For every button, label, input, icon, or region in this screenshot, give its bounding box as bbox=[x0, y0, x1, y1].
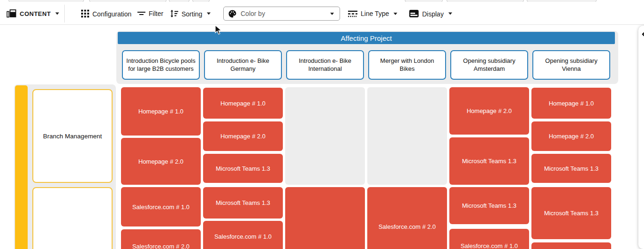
empty-cell bbox=[285, 87, 365, 185]
color-by-value: Color by bbox=[241, 10, 265, 17]
content-menu-label: CONTENT bbox=[20, 10, 51, 17]
line-type-button[interactable]: Line Type bbox=[348, 10, 397, 17]
cell-label: Salesforce.com # 2.0 bbox=[132, 243, 189, 249]
application-cell[interactable]: Microsoft Teams 1.3 bbox=[203, 187, 283, 219]
palette-icon bbox=[228, 9, 237, 18]
application-cell[interactable]: Microsoft Teams 1.3 bbox=[531, 187, 611, 239]
column-header[interactable]: Introduction e- Bike Germany bbox=[204, 50, 282, 80]
column-header[interactable]: Introduction Bicycle pools for large B2B… bbox=[122, 50, 200, 80]
application-cell[interactable]: Homepage # 2.0 bbox=[531, 121, 611, 151]
caret-down-icon bbox=[207, 13, 211, 15]
grid-3x3-icon bbox=[81, 10, 89, 18]
column-header-label: Introduction e- Bike Germany bbox=[208, 57, 278, 73]
column-group-title: Affecting Project bbox=[341, 34, 392, 42]
collapsed-side-panel[interactable] bbox=[638, 26, 644, 249]
color-by-select[interactable]: Color by bbox=[223, 7, 340, 21]
cell-label: Salesforce.com # 1.0 bbox=[214, 233, 272, 240]
application-cell[interactable]: Salesforce.com # 1.0 bbox=[203, 221, 283, 249]
content-matrix-icon bbox=[7, 9, 16, 18]
cell-label: Homepage # 1.0 bbox=[138, 108, 183, 115]
application-cell[interactable]: Salesforce.com # 2.0 bbox=[121, 229, 201, 249]
empty-cell bbox=[367, 87, 447, 185]
matrix-view-screen: CONTENT Configuration Filter bbox=[0, 0, 644, 249]
sorting-label: Sorting bbox=[182, 10, 202, 17]
application-cell[interactable]: Salesforce.com # 1.0 bbox=[449, 229, 529, 249]
cell-label: Homepage # 2.0 bbox=[138, 158, 183, 165]
application-cell[interactable]: Homepage # 1.0 bbox=[203, 88, 283, 119]
cell-label: Homepage # 2.0 bbox=[549, 133, 594, 140]
row-header-label: Branch Management bbox=[43, 133, 102, 140]
cell-label: Microsoft Teams 1.3 bbox=[462, 158, 516, 165]
application-cell[interactable] bbox=[531, 242, 611, 249]
application-cell[interactable]: Microsoft Teams 1.3 bbox=[203, 154, 283, 183]
column-header[interactable]: Introduction e- Bike International bbox=[286, 50, 364, 80]
sorting-button[interactable]: Sorting bbox=[170, 10, 211, 18]
cell-label: Homepage # 2.0 bbox=[220, 133, 265, 140]
column-header[interactable]: Merger with London Bikes bbox=[368, 50, 446, 80]
row-header-card[interactable]: Branch Management bbox=[32, 89, 113, 183]
cell-label: Microsoft Teams 1.3 bbox=[216, 199, 270, 206]
filter-label: Filter bbox=[149, 10, 163, 17]
cell-label: Homepage # 1.0 bbox=[549, 100, 594, 107]
application-cell[interactable]: Salesforce.com # 1.0 bbox=[121, 187, 201, 226]
application-cell[interactable]: Microsoft Teams 1.3 bbox=[449, 137, 529, 185]
column-header[interactable]: Opening subsidiary Vienna bbox=[532, 50, 610, 80]
toolbar: CONTENT Configuration Filter bbox=[0, 2, 644, 25]
application-cell[interactable]: Microsoft Teams 1.3 bbox=[449, 187, 529, 224]
column-header[interactable]: Opening subsidiary Amsterdam bbox=[450, 50, 528, 80]
application-cell[interactable]: Homepage # 2.0 bbox=[203, 121, 283, 151]
filter-button[interactable]: Filter bbox=[137, 10, 163, 17]
line-style-icon bbox=[348, 10, 357, 17]
caret-down-icon bbox=[55, 13, 59, 15]
content-menu-button[interactable]: CONTENT bbox=[7, 9, 59, 18]
toolbar-divider bbox=[64, 5, 65, 23]
cell-label: Homepage # 1.0 bbox=[220, 100, 265, 107]
cell-label: Microsoft Teams 1.3 bbox=[462, 202, 516, 209]
configuration-label: Configuration bbox=[92, 10, 131, 17]
configuration-button[interactable]: Configuration bbox=[81, 10, 131, 18]
application-cell[interactable]: Salesforce.com # 2.0 bbox=[367, 187, 447, 249]
caret-down-icon bbox=[394, 13, 397, 15]
caret-down-icon bbox=[448, 13, 452, 15]
line-type-label: Line Type bbox=[361, 10, 389, 17]
cell-label: Homepage # 2.0 bbox=[467, 107, 512, 114]
cell-label: Microsoft Teams 1.3 bbox=[544, 165, 599, 172]
application-cell[interactable]: Homepage # 2.0 bbox=[449, 87, 529, 135]
row-header-card[interactable] bbox=[32, 187, 113, 249]
application-cell[interactable]: Homepage # 2.0 bbox=[121, 138, 201, 185]
column-header-label: Introduction e- Bike International bbox=[290, 57, 360, 73]
application-cell[interactable]: Homepage # 1.0 bbox=[121, 87, 201, 136]
column-header-label: Opening subsidiary Vienna bbox=[537, 57, 606, 73]
display-button[interactable]: Display bbox=[409, 10, 452, 18]
display-label: Display bbox=[422, 10, 444, 17]
application-cell[interactable]: Homepage # 1.0 bbox=[531, 88, 611, 119]
sort-arrows-icon bbox=[170, 10, 178, 18]
application-cell[interactable] bbox=[285, 187, 365, 249]
cell-label: Salesforce.com # 1.0 bbox=[132, 204, 189, 211]
display-card-icon bbox=[409, 10, 419, 18]
chevron-left-icon bbox=[641, 31, 644, 38]
cell-label: Salesforce.com # 2.0 bbox=[379, 223, 436, 230]
column-header-label: Introduction Bicycle pools for large B2B… bbox=[126, 57, 196, 73]
cell-label: Microsoft Teams 1.3 bbox=[216, 165, 270, 172]
cell-label: Microsoft Teams 1.3 bbox=[544, 210, 599, 217]
cell-label: Salesforce.com # 1.0 bbox=[461, 242, 518, 249]
column-header-label: Merger with London Bikes bbox=[372, 57, 442, 73]
row-group-color-bar bbox=[15, 85, 28, 249]
application-cell[interactable]: Microsoft Teams 1.3 bbox=[531, 154, 611, 183]
filter-list-icon bbox=[137, 10, 145, 17]
column-header-label: Opening subsidiary Amsterdam bbox=[455, 57, 524, 73]
caret-down-icon bbox=[330, 13, 334, 15]
column-group-header[interactable]: Affecting Project bbox=[118, 32, 615, 44]
